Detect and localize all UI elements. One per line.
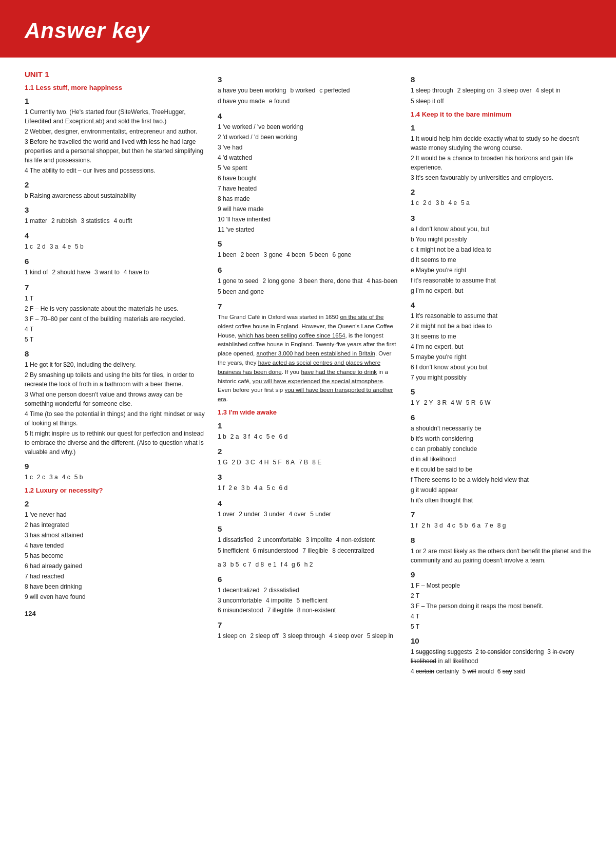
answer: 6 d — [279, 432, 287, 442]
answer-line: 5 T — [411, 622, 591, 631]
answer: 5 b — [459, 521, 468, 531]
ex-num: 8 — [411, 536, 591, 544]
answer-line: d It seems to me — [411, 255, 591, 265]
answer: 5 sleep it off — [411, 97, 444, 106]
answer-line: 8 have been drinking — [25, 582, 205, 591]
s1-3-ex5b: a 3 b 5 c 7 d 8 e 1 f 4 g 6 h 2 — [218, 560, 398, 570]
answer-line: a I don't know about you, but — [411, 224, 591, 234]
answer: 3 a — [49, 473, 58, 482]
answer: 3 sleep over — [498, 86, 531, 96]
s1-4-ex5: 1 Y 2 Y 3 R 4 W 5 R 6 W — [411, 398, 591, 408]
answer: 2 been — [241, 250, 260, 260]
column-3: 8 1 sleep through 2 sleeping on 3 sleep … — [411, 70, 591, 680]
answer: b worked — [290, 86, 315, 96]
answer: 2 a — [230, 432, 239, 442]
ex6-line3: 6 misunderstood 7 illegible 8 non-existe… — [218, 606, 398, 615]
s1-3-ex1: 1 b 2 a 3 f 4 c 5 e 6 d — [218, 432, 398, 442]
ex-num: 6 — [25, 257, 205, 266]
ex-num: 3 — [218, 75, 398, 84]
ex-num: 5 — [218, 239, 398, 248]
answer: 1 c — [25, 473, 33, 482]
answer: g 6 — [292, 560, 300, 570]
answer: 4 impolite — [266, 596, 292, 606]
answer: 3 b — [436, 198, 445, 208]
answer-line: 7 have heated — [218, 184, 398, 193]
answer: 5 been and gone — [218, 287, 264, 297]
answer: 6 gone — [333, 250, 352, 260]
ex-num: 9 — [25, 462, 205, 471]
s1-4-ex10: 1 suggesting suggests 2 to consider cons… — [411, 647, 591, 676]
answer-line: 6 had already gained — [25, 561, 205, 571]
answer: 4 over — [289, 510, 306, 519]
answer-line: 3 It's seen favourably by universities a… — [411, 173, 591, 182]
answer: 6 misunderstood — [253, 546, 299, 556]
answer: 4 c — [254, 432, 262, 442]
answer: 3 statistics — [81, 216, 109, 226]
answer-line: g I'm no expert, but — [411, 286, 591, 295]
answer-line: 2 T — [411, 591, 591, 600]
answer: 5 b — [74, 473, 83, 482]
column-2: 3 a have you been working b worked c per… — [218, 70, 411, 680]
ex-num: 4 — [411, 300, 591, 309]
answer-line: 1 He got it for $20, including the deliv… — [25, 360, 205, 369]
answer: 5 inefficient — [296, 596, 328, 606]
page-number: 124 — [25, 610, 205, 617]
main-content: UNIT 1 1.1 Less stuff, more happiness 1 … — [0, 58, 616, 697]
answer-line: 3 F – The person doing it reaps the most… — [411, 601, 591, 611]
answer-line: 4 have tended — [25, 541, 205, 550]
answer: 5 b — [75, 242, 84, 252]
answer: h 2 — [304, 560, 313, 570]
answer-line: 10 'll have inherited — [218, 215, 398, 224]
answer-line: b You might possibly — [411, 235, 591, 244]
answer-line: 4 Time (to see the potential in things) … — [25, 409, 205, 428]
s1-4-ex8: 1 or 2 are most likely as the others don… — [411, 547, 591, 565]
answer-line: 5 It might inspire us to rethink our que… — [25, 429, 205, 457]
exercise-9-answers: 1 c 2 c 3 a 4 c 5 b — [25, 473, 205, 482]
answer-line: 6 I don't know about you but — [411, 363, 591, 372]
answer: 3 impolite — [305, 535, 332, 545]
answer: 1 c — [25, 242, 33, 252]
ex-num: 1 — [25, 97, 205, 105]
answer: c 7 — [243, 560, 251, 570]
answer: 3 R — [437, 398, 447, 408]
answer: 3 been there, done that — [299, 276, 362, 286]
answer: 2 d — [37, 242, 46, 252]
s1-3-ex6: 1 decentralized 2 dissatisfied 3 uncomfo… — [218, 586, 398, 615]
answer: 1 G — [218, 458, 227, 467]
ex-num: 7 — [411, 510, 591, 519]
answer: 3 d — [434, 521, 443, 531]
answer: 6 a — [472, 521, 480, 531]
answer-line: 4 The ability to edit – our lives and po… — [25, 166, 205, 175]
answer: 2 d — [423, 198, 432, 208]
answer-line: 7 you might possibly — [411, 373, 591, 382]
ex-num: 2 — [411, 187, 591, 196]
answer-line: 1 T — [25, 294, 205, 303]
header-bar: Answer key — [0, 0, 616, 58]
answer: 4 c — [447, 521, 455, 531]
ex-num: 10 — [411, 636, 591, 645]
answer: 6 W — [479, 398, 490, 408]
answer: 1 sleep on — [218, 631, 246, 641]
answer: a 3 — [218, 560, 226, 570]
answer: 8 g — [497, 521, 506, 531]
answer: 3 gone — [263, 250, 282, 260]
ex-num: 4 — [218, 111, 398, 120]
answer: 4 sleep over — [329, 631, 362, 641]
answer: 7 e — [485, 521, 493, 531]
answer-line: 1 've never had — [25, 510, 205, 519]
answer-line: d in all likelihood — [411, 455, 591, 464]
answer-line: 6 have bought — [218, 174, 398, 183]
exercise-8-answers: 1 He got it for $20, including the deliv… — [25, 360, 205, 457]
exercise-5-col2: 1 been 2 been 3 gone 4 been 5 been 6 gon… — [218, 250, 398, 260]
exercise-3-col2: a have you been working b worked c perfe… — [218, 86, 398, 106]
answer-line: 2 F – He is very passionate about the ma… — [25, 304, 205, 313]
answer-line: 1 It would help him decide exactly what … — [411, 134, 591, 153]
ex-num: 6 — [218, 575, 398, 584]
answer: 4 have to — [124, 268, 149, 277]
s1-4-ex7: 1 f 2 h 3 d 4 c 5 b 6 a 7 e 8 g — [411, 521, 591, 531]
ex-num: 2 — [25, 180, 205, 189]
answer: e found — [269, 97, 290, 106]
answer: 7 illegible — [302, 546, 328, 556]
answer: 2 long gone — [262, 276, 295, 286]
answer: 3 uncomfortable — [218, 596, 262, 606]
